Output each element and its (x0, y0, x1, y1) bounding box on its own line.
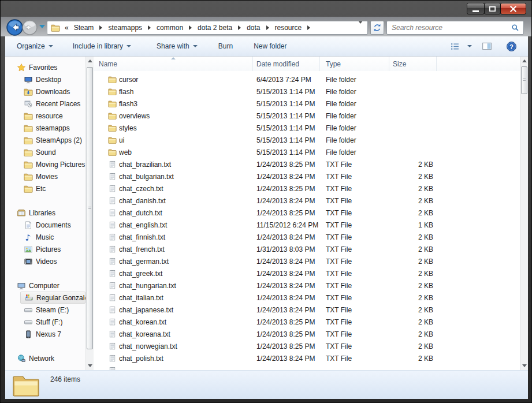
table-row-partial[interactable] (94, 364, 520, 370)
refresh-button[interactable] (370, 21, 384, 35)
table-row[interactable]: chat_italian.txt1/24/2013 8:24 PMTXT Fil… (94, 292, 520, 304)
sort-ascending-icon (171, 57, 176, 59)
breadcrumb-overflow[interactable]: « (65, 24, 69, 32)
table-row[interactable]: chat_english.txt11/15/2012 6:24 PMTXT Fi… (94, 219, 520, 231)
breadcrumb-separator-icon[interactable] (189, 25, 192, 30)
sidebar-item-etc[interactable]: Etc (5, 182, 85, 195)
address-bar[interactable]: « Steamsteamappscommondota 2 betadotares… (47, 21, 368, 35)
sidebar-item-sound[interactable]: Sound (5, 146, 85, 158)
sidebar-item-network[interactable]: Network (5, 352, 85, 364)
scroll-down-button[interactable] (86, 361, 94, 370)
sidebar-item-nexus-7[interactable]: Nexus 7 (5, 328, 85, 340)
table-row[interactable]: flash5/15/2013 1:14 PMFile folder (94, 85, 520, 98)
toolbar-button-organize[interactable]: Organize (11, 39, 59, 53)
column-header-type[interactable]: Type (320, 57, 389, 71)
breadcrumb-item[interactable]: dota (244, 23, 263, 33)
table-row[interactable]: chat_dutch.txt1/24/2013 8:25 PMTXT File2… (94, 207, 520, 219)
breadcrumb-separator-icon[interactable] (266, 25, 269, 30)
column-header-date-modified[interactable]: Date modified (253, 57, 320, 71)
address-dropdown-button[interactable] (356, 21, 365, 34)
sidebar-item-videos[interactable]: Videos (5, 255, 85, 267)
sidebar-item-computer[interactable]: Computer (5, 279, 85, 292)
sidebar-item-movies[interactable]: Movies (5, 170, 85, 182)
table-row[interactable]: chat_finnish.txt1/24/2013 8:24 PMTXT Fil… (94, 231, 520, 243)
table-row[interactable]: chat_norwegian.txt1/24/2013 8:25 PMTXT F… (94, 340, 520, 352)
breadcrumb-separator-icon[interactable] (99, 25, 102, 30)
breadcrumb-item[interactable]: common (154, 23, 186, 33)
toolbar-button-burn[interactable]: Burn (213, 39, 239, 53)
table-row[interactable]: chat_japanese.txt1/24/2013 8:24 PMTXT Fi… (94, 304, 520, 316)
breadcrumb-item[interactable]: dota 2 beta (195, 23, 235, 33)
sidebar-item-pictures[interactable]: Pictures (5, 243, 85, 255)
txt-icon (108, 269, 117, 278)
table-row[interactable]: ui5/15/2013 1:14 PMFile folder (94, 134, 520, 146)
navigation-pane: FavoritesDesktopDownloadsRecent Placesre… (5, 57, 85, 370)
toolbar-button-share-with[interactable]: Share with (151, 39, 203, 53)
scrollbar-thumb[interactable] (87, 67, 93, 349)
table-row[interactable]: chat_french.txt1/31/2013 8:03 PMTXT File… (94, 243, 520, 255)
table-row[interactable]: web5/15/2013 1:14 PMFile folder (94, 146, 520, 158)
list-scrollbar[interactable] (520, 57, 528, 370)
table-row[interactable]: chat_bulgarian.txt1/24/2013 8:24 PMTXT F… (94, 170, 520, 182)
table-row[interactable]: chat_czech.txt1/24/2013 8:25 PMTXT File2… (94, 182, 520, 195)
chevron-down-icon[interactable] (467, 45, 472, 47)
table-row[interactable]: chat_korean.txt1/24/2013 8:25 PMTXT File… (94, 316, 520, 328)
sidebar-item-music[interactable]: Music (5, 231, 85, 243)
breadcrumb-item[interactable]: resource (272, 23, 305, 33)
sidebar-item-recent-places[interactable]: Recent Places (5, 98, 85, 110)
sidebar-scrollbar[interactable] (85, 57, 94, 370)
titlebar[interactable] (1, 1, 531, 17)
sidebar-item-libraries[interactable]: Libraries (5, 207, 85, 219)
breadcrumb-separator-icon[interactable] (238, 25, 241, 30)
breadcrumb-item[interactable]: Steam (71, 23, 97, 33)
back-button[interactable] (6, 19, 23, 36)
sidebar-item-steamapps-2-[interactable]: SteamApps (2) (5, 134, 85, 146)
sidebar-item-downloads[interactable]: Downloads (5, 85, 85, 98)
sidebar-item-steamapps[interactable]: steamapps (5, 122, 85, 134)
minimize-button[interactable] (467, 3, 485, 14)
preview-pane-button[interactable] (479, 39, 495, 54)
folder-icon (24, 172, 33, 181)
file-type: TXT File (320, 161, 389, 169)
table-row[interactable]: chat_danish.txt1/24/2013 8:24 PMTXT File… (94, 195, 520, 207)
sidebar-item-resource[interactable]: resource (5, 110, 85, 122)
file-type: File folder (320, 148, 389, 156)
scrollbar-thumb[interactable] (521, 66, 527, 94)
maximize-button[interactable] (484, 3, 501, 14)
table-row[interactable]: overviews5/15/2013 1:14 PMFile folder (94, 110, 520, 122)
search-icon[interactable] (511, 23, 520, 32)
scroll-up-button[interactable] (520, 57, 528, 65)
table-row[interactable]: styles5/15/2013 1:14 PMFile folder (94, 122, 520, 134)
views-button[interactable] (447, 39, 463, 54)
breadcrumb-separator-icon[interactable] (307, 25, 310, 30)
sidebar-item-desktop[interactable]: Desktop (5, 73, 85, 85)
table-row[interactable]: chat_polish.txt1/24/2013 8:24 PMTXT File… (94, 352, 520, 364)
breadcrumb-separator-icon[interactable] (148, 25, 151, 30)
scroll-up-button[interactable] (86, 57, 94, 65)
scroll-down-button[interactable] (520, 361, 528, 370)
table-row[interactable]: cursor6/4/2013 7:24 PMFile folder (94, 73, 520, 85)
table-row[interactable]: chat_german.txt1/24/2013 8:24 PMTXT File… (94, 255, 520, 267)
toolbar-button-include-in-library[interactable]: Include in library (67, 39, 137, 53)
search-input[interactable] (387, 24, 511, 32)
table-row[interactable]: chat_greek.txt1/24/2013 8:24 PMTXT File2… (94, 267, 520, 279)
table-row[interactable]: chat_koreana.txt1/24/2013 8:25 PMTXT Fil… (94, 328, 520, 340)
sidebar-item-favorites[interactable]: Favorites (5, 61, 85, 73)
table-row[interactable]: chat_brazilian.txt1/24/2013 8:25 PMTXT F… (94, 158, 520, 170)
sidebar-item-stuff-f-[interactable]: Stuff (F:) (5, 316, 85, 328)
help-button[interactable]: ? (503, 39, 520, 54)
sidebar-item-steam-e-[interactable]: Steam (E:) (5, 304, 85, 316)
sidebar-item-regular-gonzale[interactable]: Regular Gonzale (20, 292, 85, 304)
forward-button[interactable] (22, 20, 38, 35)
sidebar-item-documents[interactable]: Documents (5, 219, 85, 231)
close-button[interactable] (500, 3, 526, 14)
history-dropdown-icon[interactable] (39, 25, 45, 28)
table-row[interactable]: flash35/15/2013 1:14 PMFile folder (94, 98, 520, 110)
txt-icon (108, 354, 117, 363)
column-header-name[interactable]: Name (94, 57, 253, 71)
table-row[interactable]: chat_hungarian.txt1/24/2013 8:24 PMTXT F… (94, 279, 520, 292)
sidebar-item-moving-pictures[interactable]: Moving Pictures (5, 158, 85, 170)
toolbar-button-new-folder[interactable]: New folder (248, 39, 292, 53)
column-header-size[interactable]: Size (389, 57, 437, 71)
breadcrumb-item[interactable]: steamapps (105, 23, 145, 33)
